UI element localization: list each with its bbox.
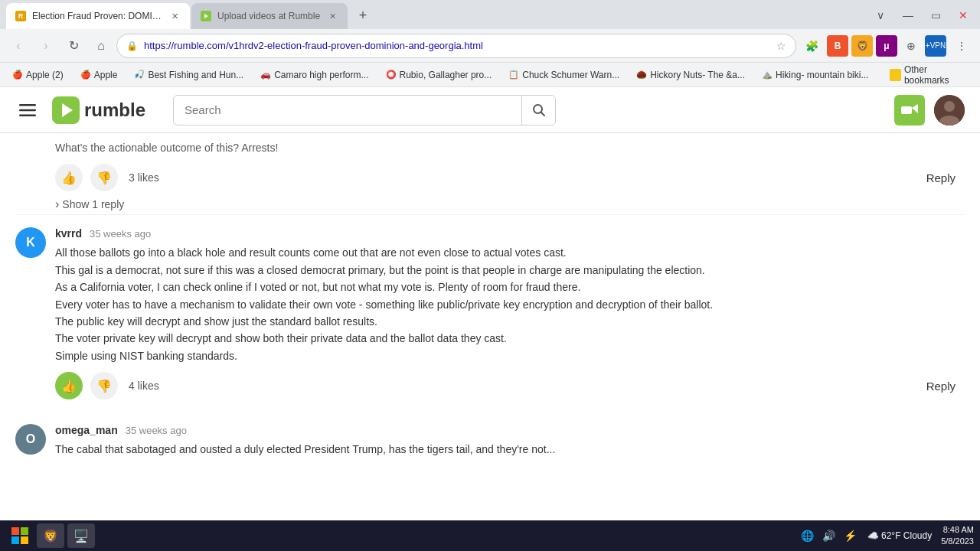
comments-container[interactable]: What's the actionable outcome of this? A… [0, 133, 980, 551]
avatar-image [934, 95, 965, 126]
home-button[interactable]: ⌂ [89, 34, 113, 58]
monitor-taskbar-icon: 🖥️ [74, 529, 89, 543]
show-reply-label: Show 1 reply [62, 198, 124, 210]
upload-button[interactable] [894, 95, 925, 126]
clock-time: 8:48 AM [941, 524, 974, 536]
window-minimize-btn[interactable]: — [897, 5, 919, 26]
brave-rewards-icon[interactable]: B [827, 35, 848, 57]
kvrrd-line-4: Every voter has to have a mechanism to v… [55, 298, 713, 311]
bookmark-apple-2[interactable]: 🍎 Apple (2) [6, 68, 70, 82]
network-icon[interactable]: 🌐 [800, 528, 815, 543]
rumble-play-icon [62, 103, 73, 117]
bookmark-schumer[interactable]: 📋 Chuck Schumer Warn... [502, 68, 626, 82]
more-menu-button[interactable]: ⋮ [949, 34, 974, 58]
apple-favicon-1: 🍎 [12, 70, 23, 80]
apple-favicon-2: 🍎 [80, 70, 91, 80]
reload-button[interactable]: ↻ [61, 34, 86, 58]
sound-icon[interactable]: 🔊 [822, 528, 837, 543]
kvrrd-reply-button[interactable]: Reply [917, 375, 965, 397]
fishing-favicon: 🎣 [134, 70, 145, 80]
search-button[interactable] [521, 95, 555, 126]
rumble-icon [52, 96, 80, 124]
kvrrd-avatar-letter: K [26, 236, 35, 249]
back-button[interactable]: ‹ [6, 34, 31, 58]
address-text: https://rumble.com/v1hrdv2-election-frau… [144, 40, 770, 51]
bookmark-label: Rubio, Gallagher pro... [400, 70, 492, 80]
clock-date: 5/8/2023 [941, 536, 974, 547]
svg-point-10 [944, 101, 955, 112]
search-input[interactable] [174, 103, 521, 116]
tab-active[interactable]: R Election Fraud Proven: DOMINION &... ✕ [6, 3, 190, 29]
new-tab-button[interactable]: + [352, 5, 374, 26]
kvrrd-header: kvrrd 35 weeks ago [55, 227, 965, 240]
content-area: rumble [0, 87, 980, 551]
header-actions [894, 95, 965, 126]
kvrrd-like-count: 4 likes [129, 380, 159, 392]
forward-button[interactable]: › [34, 34, 58, 58]
weather-text: 62°F Cloudy [881, 530, 932, 541]
omega-man-text: The cabal that sabotaged and ousted a du… [55, 441, 965, 458]
bookmark-fishing[interactable]: 🎣 Best Fishing and Hun... [128, 68, 250, 82]
brave-shields-icon[interactable]: 🦁 [851, 35, 873, 57]
ublock-icon[interactable]: μ [876, 35, 897, 57]
tab-bar: R Election Fraud Proven: DOMINION &... ✕… [0, 0, 980, 29]
vpn-icon[interactable]: +VPN [925, 35, 946, 57]
kvrrd-line-2: This gal is a democrat, not sure if this… [55, 264, 705, 276]
bookmark-rubio[interactable]: ⭕ Rubio, Gallagher pro... [380, 68, 498, 82]
kvrrd-time: 35 weeks ago [90, 228, 151, 240]
battery-icon[interactable]: ⚡ [843, 528, 858, 543]
window-maximize-btn[interactable]: ▭ [925, 5, 946, 26]
tab-favicon-1: R [15, 11, 26, 21]
bookmark-apple[interactable]: 🍎 Apple [74, 68, 124, 82]
rumble-text: rumble [84, 99, 145, 121]
svg-marker-6 [912, 104, 918, 113]
weather-icon: ☁️ [867, 530, 879, 541]
kvrrd-like-button[interactable]: 👍 [55, 372, 83, 399]
bookmark-hiking[interactable]: ⛰️ Hiking- mountain biki... [756, 68, 874, 82]
partial-dislike-button[interactable]: 👎 [90, 164, 118, 191]
nav-actions: 🧩 B 🦁 μ ⊕ +VPN ⋮ [799, 34, 974, 58]
tab-controls: ∨ — ▭ ✕ [870, 5, 974, 29]
window-close-btn[interactable]: ✕ [952, 5, 974, 26]
taskbar-brave-icon[interactable]: 🦁 [37, 523, 64, 548]
tab-close-1[interactable]: ✕ [168, 10, 181, 22]
svg-rect-1 [19, 109, 36, 111]
tab-close-2[interactable]: ✕ [326, 10, 338, 22]
hickory-favicon: 🌰 [636, 70, 647, 80]
partial-like-button[interactable]: 👍 [55, 164, 83, 191]
show-reply-toggle[interactable]: Show 1 reply [55, 194, 965, 214]
bookmark-label: Best Fishing and Hun... [148, 70, 243, 80]
other-bookmarks-button[interactable]: Other bookmarks [884, 63, 974, 87]
extensions-button[interactable]: 🧩 [799, 34, 824, 58]
bookmark-label: Apple (2) [26, 70, 64, 80]
kvrrd-username[interactable]: kvrrd [55, 227, 82, 240]
bookmark-label: Hickory Nuts- The &a... [650, 70, 745, 80]
partial-reply-button[interactable]: Reply [917, 167, 965, 189]
other-bookmarks-label: Other bookmarks [904, 64, 968, 86]
bookmark-hickory[interactable]: 🌰 Hickory Nuts- The &a... [630, 68, 751, 82]
kvrrd-line-6: The voter private key will decrypt and s… [55, 332, 507, 344]
partial-comment-text: What's the actionable outcome of this? A… [55, 139, 965, 156]
taskbar-clock[interactable]: 8:48 AM 5/8/2023 [941, 524, 974, 548]
kvrrd-dislike-button[interactable]: 👎 [90, 372, 118, 399]
user-avatar[interactable] [934, 95, 965, 126]
start-button[interactable] [6, 522, 34, 549]
lock-icon: 🔒 [126, 41, 138, 51]
taskbar-monitor-icon[interactable]: 🖥️ [67, 523, 95, 548]
rumble-logo[interactable]: rumble [52, 96, 145, 124]
hiking-favicon: ⛰️ [762, 70, 773, 80]
bookmark-camaro[interactable]: 🚗 Camaro high perform... [254, 68, 374, 82]
omega-man-username[interactable]: omega_man [55, 424, 118, 436]
weather-info: ☁️ 62°F Cloudy [867, 530, 933, 541]
nav-bar: ‹ › ↻ ⌂ 🔒 https://rumble.com/v1hrdv2-ele… [0, 29, 980, 63]
bookmark-star-icon[interactable]: ☆ [776, 40, 786, 52]
kvrrd-comment-body: kvrrd 35 weeks ago All those ballots go … [55, 227, 965, 399]
partial-like-count: 3 likes [129, 171, 159, 184]
tab-inactive[interactable]: Upload videos at Rumble ✕ [191, 3, 348, 29]
hamburger-menu[interactable] [15, 98, 40, 122]
minimize-tab-btn[interactable]: ∨ [870, 5, 891, 26]
tab-title-1: Election Fraud Proven: DOMINION &... [32, 11, 162, 21]
brave-search-icon[interactable]: ⊕ [900, 35, 922, 57]
svg-rect-0 [19, 104, 36, 106]
address-bar[interactable]: 🔒 https://rumble.com/v1hrdv2-election-fr… [116, 34, 796, 58]
